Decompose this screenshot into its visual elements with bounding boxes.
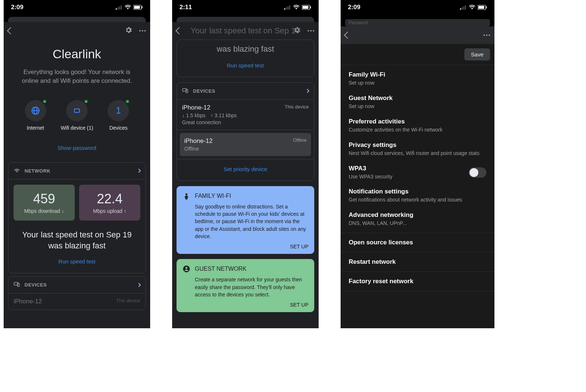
cell-signal-icon xyxy=(460,5,467,10)
screen-home: 2:09 Clearlink Everything looks good! Yo… xyxy=(4,0,150,328)
back-icon[interactable] xyxy=(344,32,351,39)
setting-preferred-activities[interactable]: Preferred activities Customize activitie… xyxy=(341,112,494,136)
family-wifi-setup-button[interactable]: SET UP xyxy=(182,244,308,249)
chevron-right-icon xyxy=(305,89,309,93)
guest-network-setup-button[interactable]: SET UP xyxy=(182,302,308,308)
status-dot-icon xyxy=(42,99,47,104)
svg-point-22 xyxy=(185,193,188,195)
guest-network-body: Create a separate network for your guest… xyxy=(182,276,308,298)
setting-factory-reset[interactable]: Factory reset network xyxy=(341,272,494,291)
router-icon xyxy=(73,106,81,115)
guest-icon xyxy=(182,265,190,273)
setting-notifications[interactable]: Notification settings Get notifications … xyxy=(341,182,494,206)
svg-rect-27 xyxy=(460,8,461,10)
svg-rect-29 xyxy=(463,6,464,10)
run-speed-test-link[interactable]: Run speed test xyxy=(59,258,96,265)
chip-internet[interactable]: Internet xyxy=(25,100,46,131)
more-icon[interactable] xyxy=(139,30,146,32)
setting-title: Open source licenses xyxy=(349,239,486,246)
chip-wifi-device[interactable]: Wifi device (1) xyxy=(61,100,93,131)
gear-icon[interactable] xyxy=(125,26,133,36)
setting-subtitle: Nest Wifi cloud services, Wifi router an… xyxy=(349,150,486,157)
setting-title: Advanced networking xyxy=(349,211,486,219)
svg-rect-15 xyxy=(288,6,289,10)
setting-wpa3[interactable]: WPA3 Use WPA3 security xyxy=(341,159,494,182)
svg-rect-14 xyxy=(286,7,287,10)
setting-subtitle: DNS, WAN, LAN, UPnP... xyxy=(349,220,486,227)
status-time: 2:09 xyxy=(348,4,360,11)
status-bar: 2:11 xyxy=(172,0,319,15)
svg-rect-2 xyxy=(119,6,120,10)
device-row-peek[interactable]: iPhone-12 This device xyxy=(8,293,145,310)
device-download: ↓ 1.5 kbps xyxy=(182,112,205,118)
screen-devices: 2:11 Your last speed test on Sep 19 was … xyxy=(172,0,319,328)
speed-card: was blazing fast Run speed test xyxy=(177,40,314,77)
upload-value: 22.4 xyxy=(82,191,137,207)
more-icon[interactable] xyxy=(483,34,490,36)
chevron-right-icon xyxy=(137,283,141,287)
app-bar xyxy=(341,26,494,44)
setting-privacy[interactable]: Privacy settings Nest Wifi cloud service… xyxy=(341,136,494,159)
setting-guest-network[interactable]: Guest Network Set up now xyxy=(341,89,494,112)
chip-devices[interactable]: 1 Devices xyxy=(108,100,129,131)
setting-open-source[interactable]: Open source licenses xyxy=(341,233,494,252)
status-indicators xyxy=(460,5,487,10)
devices-icon xyxy=(182,87,189,95)
chip-devices-label: Devices xyxy=(109,125,127,131)
wifi-icon xyxy=(14,167,20,175)
family-icon xyxy=(182,192,190,200)
download-tile[interactable]: 459 Mbps download ↓ xyxy=(14,185,75,221)
device-row[interactable]: iPhone-12 This device ↓ 1.5 kbps ↑ 3.11 … xyxy=(177,100,314,130)
tab-peek xyxy=(177,17,314,22)
tab-peek xyxy=(8,17,146,22)
speed-test-message: Your last speed test on Sep 19 was blazi… xyxy=(8,226,145,259)
cell-signal-icon xyxy=(116,5,122,10)
devices-icon xyxy=(14,281,20,289)
save-row: Save xyxy=(341,44,494,65)
app-bar xyxy=(4,22,150,40)
save-button[interactable]: Save xyxy=(464,48,490,60)
back-icon[interactable] xyxy=(175,27,183,34)
cell-signal-icon xyxy=(284,5,291,10)
svg-rect-18 xyxy=(303,6,308,9)
device-tag: Offline xyxy=(293,137,307,145)
device-upload: ↑ 3.11 kbps xyxy=(211,112,237,118)
wpa3-toggle[interactable] xyxy=(469,167,486,178)
app-bar: Your last speed test on Sep 19 xyxy=(172,22,319,40)
devices-card: DEVICES iPhone-12 This device ↓ 1.5 kbps… xyxy=(177,82,314,181)
devices-card-header[interactable]: DEVICES xyxy=(8,277,145,293)
more-icon[interactable] xyxy=(308,30,314,32)
password-field-ghost: Password xyxy=(345,19,490,26)
download-value: 459 xyxy=(16,191,72,207)
device-tag: This device xyxy=(116,298,140,305)
setting-title: Family Wi-Fi xyxy=(349,71,486,78)
status-indicators xyxy=(284,5,311,10)
svg-rect-33 xyxy=(486,6,487,8)
devices-card-header[interactable]: DEVICES xyxy=(177,83,314,100)
setting-family-wifi[interactable]: Family Wi-Fi Set up now xyxy=(341,65,494,89)
set-priority-link[interactable]: Set priority device xyxy=(223,166,267,172)
gear-icon[interactable] xyxy=(293,26,301,36)
show-password-link[interactable]: Show password xyxy=(58,145,96,151)
globe-icon xyxy=(31,106,40,115)
setting-advanced-networking[interactable]: Advanced networking DNS, WAN, LAN, UPnP.… xyxy=(341,206,494,233)
device-name: iPhone-12 xyxy=(182,104,211,111)
network-card: NETWORK 459 Mbps download ↓ 22.4 Mbps up… xyxy=(8,162,146,274)
run-speed-test-link[interactable]: Run speed test xyxy=(227,62,264,69)
upload-tile[interactable]: 22.4 Mbps upload ↑ xyxy=(79,185,140,221)
setting-subtitle: Get notifications about network activity… xyxy=(349,196,486,203)
svg-rect-3 xyxy=(121,5,122,10)
network-card-header[interactable]: NETWORK xyxy=(8,163,145,180)
device-connection: Great connection xyxy=(182,119,309,125)
setting-restart-network[interactable]: Restart network xyxy=(341,252,494,272)
battery-icon xyxy=(133,5,143,10)
status-bar: 2:09 xyxy=(4,0,150,15)
back-icon[interactable] xyxy=(7,27,14,34)
svg-rect-30 xyxy=(465,5,466,10)
svg-rect-32 xyxy=(478,6,484,9)
devices-header-label: DEVICES xyxy=(193,88,215,94)
device-name: iPhone-12 xyxy=(14,298,42,305)
svg-rect-6 xyxy=(142,6,142,8)
setting-title: WPA3 xyxy=(349,165,393,172)
device-row-offline[interactable]: iPhone-12 Offline Offline xyxy=(180,133,311,156)
